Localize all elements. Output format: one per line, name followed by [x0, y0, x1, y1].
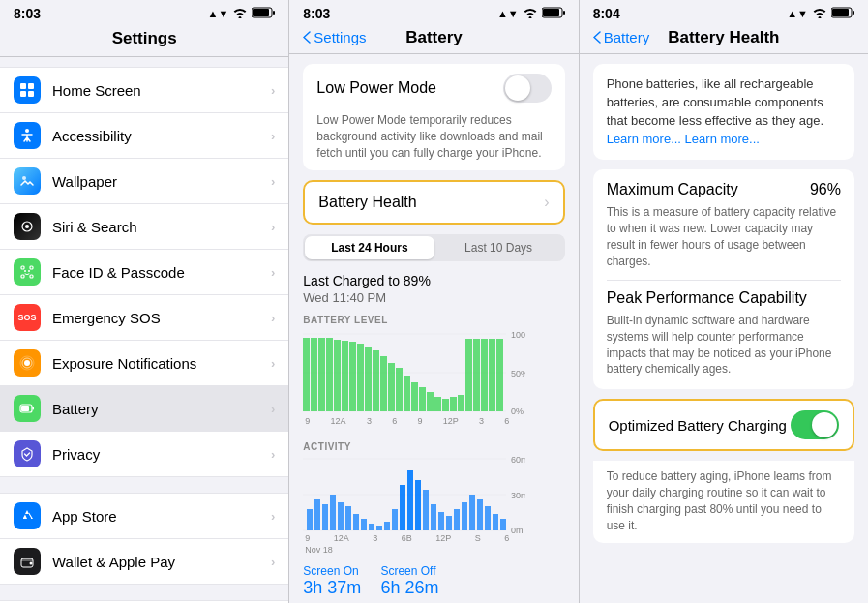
svg-rect-51	[396, 368, 403, 411]
svg-text:30m: 30m	[511, 491, 525, 500]
svg-rect-94	[485, 506, 491, 530]
optimized-charging-label: Optimized Battery Charging	[609, 417, 787, 434]
screen-off-label: Screen Off	[380, 564, 438, 578]
app-store-label: App Store	[52, 508, 271, 525]
svg-rect-59	[458, 395, 464, 411]
svg-rect-74	[330, 495, 336, 530]
svg-rect-60	[465, 339, 472, 411]
svg-point-10	[25, 225, 29, 228]
sidebar-item-home-screen[interactable]: Home Screen ›	[0, 67, 288, 113]
health-back-label: Battery	[604, 29, 650, 45]
svg-text:0%: 0%	[511, 407, 524, 416]
sidebar-item-wallet[interactable]: Wallet & Apple Pay ›	[0, 539, 288, 585]
svg-rect-14	[30, 275, 33, 278]
svg-rect-91	[462, 502, 467, 530]
sidebar-item-app-store[interactable]: App Store ›	[0, 493, 288, 539]
battery-icon-2	[542, 7, 565, 20]
svg-rect-73	[322, 504, 328, 530]
svg-rect-101	[832, 9, 849, 16]
settings-scroll[interactable]: Home Screen › Accessibility › Wallpa	[0, 57, 288, 603]
home-screen-icon	[14, 76, 41, 104]
svg-rect-78	[361, 519, 367, 530]
screen-time-row: Screen On 3h 37m Screen Off 6h 26m	[289, 558, 578, 603]
last-charged-time: Wed 11:40 PM	[289, 290, 578, 311]
wallet-label: Wallet & Apple Pay	[52, 554, 271, 570]
svg-rect-46	[357, 344, 364, 411]
svg-rect-79	[369, 524, 374, 530]
max-capacity-card: Maximum Capacity 96% This is a measure o…	[593, 169, 854, 389]
wallpaper-icon	[14, 167, 41, 195]
screen-off-value: 6h 26m	[380, 578, 438, 598]
sidebar-item-battery[interactable]: Battery ›	[0, 386, 288, 432]
signal-icon: ▲▼	[208, 8, 229, 19]
sidebar-item-siri[interactable]: Siri & Search ›	[0, 204, 288, 250]
settings-title: Settings	[112, 29, 177, 48]
tab-10d[interactable]: Last 10 Days	[434, 236, 563, 259]
battery-nav: Settings Battery	[289, 25, 578, 54]
signal-icon-2: ▲▼	[497, 8, 519, 19]
svg-text:60m: 60m	[511, 456, 525, 465]
battery-health-button[interactable]: Battery Health ›	[303, 180, 564, 225]
svg-rect-55	[427, 392, 434, 411]
settings-group-1: Home Screen › Accessibility › Wallpa	[0, 67, 288, 477]
svg-rect-83	[400, 485, 405, 530]
battery-tabs: Last 24 Hours Last 10 Days	[303, 234, 564, 261]
sidebar-item-accessibility[interactable]: Accessibility ›	[0, 113, 288, 159]
sidebar-item-emergency-sos[interactable]: SOS Emergency SOS ›	[0, 295, 288, 341]
svg-rect-39	[303, 338, 310, 411]
battery-back-button[interactable]: Settings	[303, 29, 366, 45]
svg-rect-40	[311, 338, 317, 411]
svg-rect-93	[477, 499, 483, 530]
settings-panel: 8:03 ▲▼ Settings Home Screen ›	[0, 0, 289, 603]
svg-rect-6	[28, 91, 34, 97]
battery-back-label: Settings	[314, 29, 366, 45]
battery-health-label: Battery Health	[318, 194, 416, 211]
face-id-label: Face ID & Passcode	[52, 264, 271, 281]
svg-rect-49	[380, 356, 387, 411]
learn-more-link[interactable]: Learn more...	[607, 132, 681, 146]
health-scroll[interactable]: Phone batteries, like all rechargeable b…	[580, 54, 868, 603]
svg-point-25	[30, 562, 33, 565]
sidebar-item-face-id[interactable]: Face ID & Passcode ›	[0, 250, 288, 295]
tab-24h[interactable]: Last 24 Hours	[305, 236, 434, 259]
optimized-charging-toggle[interactable]	[791, 410, 839, 439]
svg-rect-54	[419, 387, 426, 411]
battery-x-labels: 912A36912P36	[303, 416, 511, 426]
svg-rect-87	[431, 504, 436, 530]
battery-level-chart: 100% 50% 0%	[303, 329, 525, 416]
sidebar-item-exposure[interactable]: Exposure Notifications ›	[0, 341, 288, 386]
sidebar-item-wallpaper[interactable]: Wallpaper ›	[0, 159, 288, 204]
svg-point-8	[22, 176, 26, 180]
screen-on-value: 3h 37m	[303, 578, 361, 598]
low-power-toggle[interactable]	[503, 74, 552, 103]
svg-rect-52	[404, 376, 410, 411]
emergency-sos-icon: SOS	[14, 304, 41, 331]
svg-rect-61	[473, 339, 480, 411]
svg-rect-21	[21, 406, 29, 411]
svg-rect-88	[438, 512, 444, 530]
svg-rect-71	[307, 509, 313, 530]
svg-rect-24	[21, 558, 33, 561]
accessibility-icon	[14, 122, 41, 149]
sidebar-item-privacy[interactable]: Privacy ›	[0, 432, 288, 477]
screen-on-item: Screen On 3h 37m	[303, 564, 361, 598]
status-bar-2: 8:03 ▲▼	[289, 0, 578, 25]
settings-nav: Settings	[0, 25, 288, 57]
time-2: 8:03	[303, 6, 330, 21]
svg-rect-82	[392, 509, 398, 530]
svg-rect-11	[21, 266, 24, 269]
activity-label: ACTIVITY	[303, 441, 564, 452]
svg-rect-13	[21, 275, 24, 278]
svg-rect-48	[373, 350, 379, 411]
time-3: 8:04	[593, 6, 620, 21]
svg-rect-84	[407, 470, 413, 530]
screen-off-item: Screen Off 6h 26m	[380, 564, 438, 598]
svg-rect-42	[326, 338, 333, 411]
health-title: Battery Health	[668, 28, 779, 47]
emergency-sos-label: Emergency SOS	[52, 310, 271, 326]
battery-scroll[interactable]: Low Power Mode Low Power Mode temporaril…	[289, 54, 578, 603]
svg-rect-64	[496, 339, 503, 411]
accessibility-label: Accessibility	[52, 128, 271, 144]
health-back-button[interactable]: Battery	[593, 29, 650, 45]
wifi-icon-3	[812, 7, 827, 20]
